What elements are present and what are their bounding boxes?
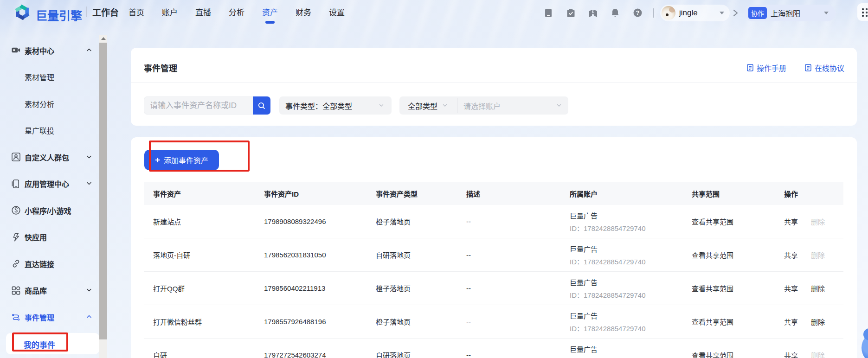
svg-text:?: ? <box>636 9 639 16</box>
